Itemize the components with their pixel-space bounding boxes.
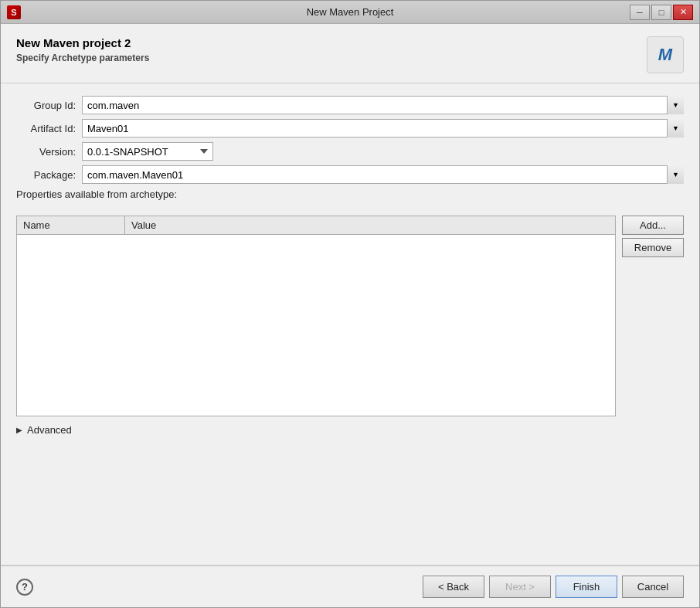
properties-table: Name Value <box>16 216 616 416</box>
advanced-arrow-icon: ▶ <box>16 426 22 434</box>
project-title: New Maven project 2 <box>16 36 149 49</box>
header-section: New Maven project 2 Specify Archetype pa… <box>1 24 699 83</box>
version-label: Version: <box>16 146 82 158</box>
table-header: Name Value <box>17 216 615 235</box>
minimize-button[interactable]: ─ <box>630 5 650 20</box>
window-title: New Maven Project <box>307 6 394 18</box>
table-section: Name Value Add... Remove <box>1 216 699 416</box>
name-column-header: Name <box>17 216 125 234</box>
main-window: S New Maven Project ─ □ ✕ New Maven proj… <box>0 0 700 608</box>
table-body <box>17 235 615 414</box>
package-field-wrapper: ▼ <box>82 165 684 184</box>
artifact-id-row: Artifact Id: ▼ <box>16 119 684 138</box>
group-id-dropdown-btn[interactable]: ▼ <box>667 96 684 114</box>
artifact-id-dropdown-btn[interactable]: ▼ <box>667 119 684 138</box>
subtitle: Specify Archetype parameters <box>16 53 149 63</box>
window-controls: ─ □ ✕ <box>630 5 693 20</box>
artifact-id-field-wrapper: ▼ <box>82 119 684 138</box>
app-icon: S <box>7 5 21 19</box>
package-row: Package: ▼ <box>16 165 684 184</box>
advanced-section[interactable]: ▶ Advanced <box>1 416 699 443</box>
maven-icon: M <box>647 36 684 73</box>
dialog-content: New Maven project 2 Specify Archetype pa… <box>1 24 699 607</box>
group-id-row: Group Id: ▼ <box>16 96 684 114</box>
package-input[interactable] <box>82 165 684 184</box>
form-section: Group Id: ▼ Artifact Id: ▼ Version: 0.0.… <box>1 83 699 216</box>
table-action-buttons: Add... Remove <box>622 216 684 416</box>
remove-button[interactable]: Remove <box>622 238 684 257</box>
group-id-input[interactable] <box>82 96 684 114</box>
next-button: Next > <box>489 576 551 598</box>
footer-buttons: < Back Next > Finish Cancel <box>423 576 684 598</box>
package-label: Package: <box>16 169 82 181</box>
properties-label: Properties available from archetype: <box>16 189 684 200</box>
group-id-field-wrapper: ▼ <box>82 96 684 114</box>
title-bar: S New Maven Project ─ □ ✕ <box>1 1 699 24</box>
value-column-header: Value <box>125 216 615 234</box>
spacer <box>1 443 699 565</box>
add-button[interactable]: Add... <box>622 216 684 235</box>
project-title-row: New Maven project 2 Specify Archetype pa… <box>16 36 684 73</box>
package-dropdown-btn[interactable]: ▼ <box>667 165 684 184</box>
back-button[interactable]: < Back <box>423 576 484 598</box>
version-select[interactable]: 0.0.1-SNAPSHOT <box>82 142 213 161</box>
help-button[interactable]: ? <box>16 579 33 596</box>
close-button[interactable]: ✕ <box>673 5 693 20</box>
cancel-button[interactable]: Cancel <box>622 576 684 598</box>
maximize-button[interactable]: □ <box>651 5 671 20</box>
title-bar-left: S <box>7 5 21 19</box>
version-row: Version: 0.0.1-SNAPSHOT <box>16 142 684 161</box>
artifact-id-input[interactable] <box>82 119 684 138</box>
finish-button[interactable]: Finish <box>556 576 617 598</box>
footer: ? < Back Next > Finish Cancel <box>1 566 699 607</box>
advanced-label: Advanced <box>27 424 72 436</box>
group-id-label: Group Id: <box>16 100 82 111</box>
artifact-id-label: Artifact Id: <box>16 123 82 134</box>
